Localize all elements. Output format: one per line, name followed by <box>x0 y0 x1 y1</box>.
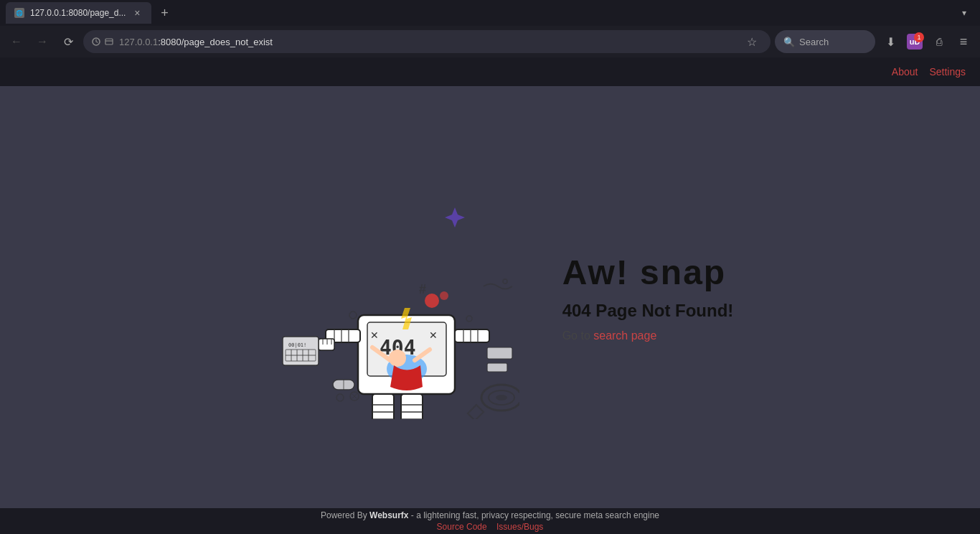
address-bar-row: ← → ⟳ 127.0.0.1:8080/page_does_not_exist… <box>0 26 980 57</box>
footer-powered-by: Powered By <box>321 510 369 520</box>
new-tab-button[interactable]: + <box>154 3 174 23</box>
about-link[interactable]: About <box>892 66 918 78</box>
reload-button[interactable]: ⟳ <box>57 31 79 52</box>
menu-button[interactable]: ≡ <box>953 31 974 52</box>
address-path: :8080/page_does_not_exist <box>158 37 273 47</box>
error-title: Aw! snap <box>562 253 734 292</box>
tab-right-controls: ▾ <box>954 3 974 23</box>
footer-brand: Websurfx <box>369 510 408 520</box>
security-icon <box>92 37 100 46</box>
forward-button[interactable]: → <box>32 31 53 52</box>
address-bar[interactable]: 127.0.0.1:8080/page_does_not_exist ☆ <box>83 30 771 53</box>
settings-link[interactable]: Settings <box>929 66 966 78</box>
tab-close-button[interactable]: × <box>131 7 143 19</box>
svg-text:✕: ✕ <box>370 329 379 341</box>
source-code-link[interactable]: Source Code <box>437 522 487 532</box>
svg-point-52 <box>349 312 357 319</box>
address-host: 127.0.0.1 <box>119 37 158 47</box>
go-to-text: Go to search page <box>562 329 734 342</box>
issues-link[interactable]: Issues/Bugs <box>496 522 543 532</box>
search-icon: 🔍 <box>783 37 795 47</box>
tab-favicon: 🌐 <box>14 8 24 18</box>
svg-point-12 <box>389 350 406 367</box>
tab-bar: 🌐 127.0.0.1:8080/page_d... × + ▾ <box>0 0 980 26</box>
svg-point-50 <box>336 394 344 401</box>
robot-illustration: # 404 ✕ ✕ <box>247 175 519 419</box>
footer-line2: Source Code Issues/Bugs <box>437 522 544 532</box>
toolbar-actions: ⬇ uD 1 ⎙ ≡ <box>880 31 974 52</box>
svg-point-47 <box>496 395 507 400</box>
extension-button[interactable]: uD 1 <box>904 31 925 52</box>
svg-rect-13 <box>372 394 394 419</box>
svg-point-5 <box>503 279 507 284</box>
svg-point-3 <box>425 294 439 308</box>
go-to-label: Go to <box>562 329 594 342</box>
share-icon: ⎙ <box>936 36 942 47</box>
svg-rect-43 <box>487 347 512 359</box>
back-button[interactable]: ← <box>6 31 27 52</box>
error-subtitle: 404 Page Not Found! <box>562 301 734 321</box>
app-nav: About Settings <box>0 57 980 86</box>
error-text-section: Aw! snap 404 Page Not Found! Go to searc… <box>562 253 734 342</box>
svg-rect-31 <box>319 339 334 350</box>
active-tab[interactable]: 🌐 127.0.0.1:8080/page_d... × <box>6 2 151 24</box>
address-text: 127.0.0.1:8080/page_does_not_exist <box>119 37 738 47</box>
svg-text:00|01!: 00|01! <box>288 342 306 348</box>
svg-text:#: # <box>419 282 426 296</box>
bookmark-button[interactable]: ☆ <box>742 32 762 52</box>
page-info-icon <box>105 37 113 46</box>
svg-point-4 <box>440 291 448 300</box>
minimize-all-button[interactable]: ▾ <box>954 3 974 23</box>
svg-rect-27 <box>455 329 489 342</box>
svg-text:✕: ✕ <box>429 329 438 341</box>
download-button[interactable]: ⬇ <box>880 31 901 52</box>
share-button[interactable]: ⎙ <box>928 31 950 52</box>
extension-badge: 1 <box>914 32 924 42</box>
search-page-link[interactable]: search page <box>593 329 656 342</box>
svg-rect-1 <box>105 39 113 44</box>
svg-point-51 <box>466 316 472 322</box>
tab-title: 127.0.0.1:8080/page_d... <box>30 8 126 18</box>
download-icon: ⬇ <box>886 35 895 49</box>
svg-rect-44 <box>487 363 507 372</box>
search-box[interactable]: 🔍 Search <box>775 30 875 53</box>
search-label: Search <box>799 37 829 47</box>
footer-line1: Powered By Websurfx - a lightening fast,… <box>321 510 659 520</box>
menu-icon: ≡ <box>960 34 968 50</box>
footer: Powered By Websurfx - a lightening fast,… <box>0 508 980 534</box>
main-content: # 404 ✕ ✕ <box>0 86 980 508</box>
svg-rect-14 <box>401 394 423 419</box>
footer-suffix: - a lightening fast, privacy respecting,… <box>408 510 659 520</box>
